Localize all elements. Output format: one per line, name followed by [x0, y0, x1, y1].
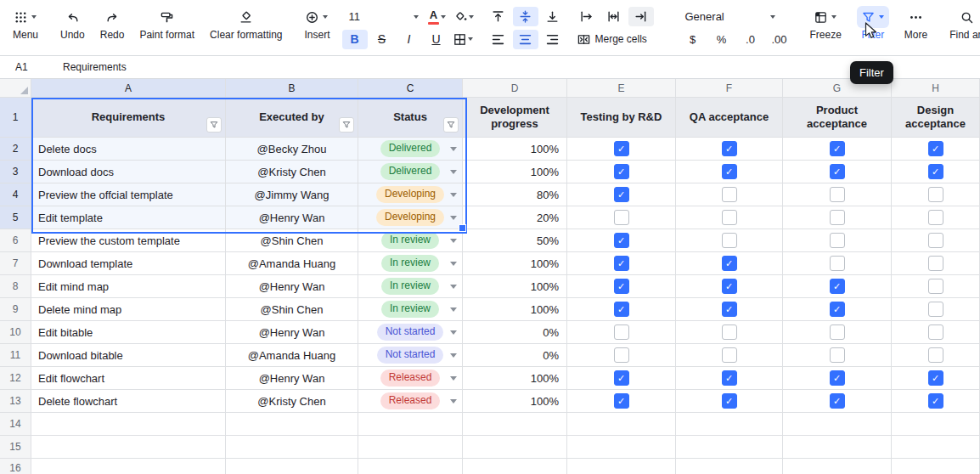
- cell-progress[interactable]: 100%: [463, 367, 567, 390]
- row-header-4[interactable]: 4: [0, 183, 31, 206]
- empty-cell[interactable]: [567, 413, 676, 436]
- number-format-select[interactable]: General: [679, 7, 780, 27]
- column-header-b[interactable]: B: [226, 79, 358, 98]
- row-header-9[interactable]: 9: [0, 298, 31, 321]
- status-dropdown-icon[interactable]: [450, 330, 457, 335]
- cell-acceptance[interactable]: [892, 229, 980, 252]
- cell-requirement[interactable]: Delete flowchart: [31, 390, 226, 413]
- cell-requirement[interactable]: Edit bitable: [31, 321, 226, 344]
- cell-acceptance[interactable]: ✓: [676, 390, 783, 413]
- cell-acceptance[interactable]: ✓: [783, 138, 892, 161]
- cell-executed-by[interactable]: @Shin Chen: [226, 229, 358, 252]
- checkbox-unchecked[interactable]: [722, 347, 737, 363]
- cell-status[interactable]: In review: [358, 229, 463, 252]
- checkbox-checked[interactable]: ✓: [614, 233, 629, 248]
- empty-cell[interactable]: [676, 436, 783, 459]
- empty-cell[interactable]: [226, 459, 358, 474]
- cell-progress[interactable]: 0%: [463, 321, 567, 344]
- header-filter-button[interactable]: [443, 117, 459, 133]
- align-bottom-button[interactable]: [540, 7, 566, 26]
- checkbox-checked[interactable]: ✓: [830, 164, 845, 179]
- align-left-button[interactable]: [486, 30, 511, 49]
- text-clip-button[interactable]: [628, 7, 654, 26]
- checkbox-checked[interactable]: ✓: [830, 141, 845, 156]
- status-dropdown-icon[interactable]: [450, 308, 457, 312]
- table-header-cell[interactable]: Executed by: [226, 98, 358, 138]
- status-dropdown-icon[interactable]: [450, 353, 457, 358]
- cell-acceptance[interactable]: [892, 252, 980, 275]
- row-header-1[interactable]: 1: [0, 98, 31, 138]
- freeze-button[interactable]: Freeze: [803, 3, 849, 41]
- empty-cell[interactable]: [567, 436, 676, 459]
- checkbox-checked[interactable]: ✓: [830, 370, 845, 386]
- status-dropdown-icon[interactable]: [450, 262, 457, 266]
- row-header-7[interactable]: 7: [0, 252, 31, 275]
- cell-status[interactable]: Released: [358, 390, 463, 413]
- cell-acceptance[interactable]: [892, 275, 980, 298]
- checkbox-checked[interactable]: ✓: [722, 141, 737, 156]
- cell-progress[interactable]: 50%: [463, 229, 567, 252]
- checkbox-checked[interactable]: ✓: [722, 393, 737, 409]
- cell-progress[interactable]: 20%: [463, 206, 567, 229]
- cell-requirement[interactable]: Edit flowchart: [31, 367, 226, 390]
- row-header-8[interactable]: 8: [0, 275, 31, 298]
- status-dropdown-icon[interactable]: [450, 399, 457, 403]
- empty-cell[interactable]: [31, 459, 226, 474]
- row-header-2[interactable]: 2: [0, 138, 31, 161]
- table-header-cell[interactable]: Product acceptance: [783, 98, 892, 138]
- status-dropdown-icon[interactable]: [450, 193, 457, 197]
- cell-status[interactable]: Developing: [358, 183, 463, 206]
- checkbox-unchecked[interactable]: [830, 256, 845, 271]
- cell-acceptance[interactable]: ✓: [567, 183, 676, 206]
- align-top-button[interactable]: [486, 7, 511, 26]
- select-all-corner[interactable]: [0, 79, 31, 98]
- cell-acceptance[interactable]: ✓: [892, 390, 980, 413]
- empty-cell[interactable]: [783, 413, 892, 436]
- merge-cells-button[interactable]: Merge cells: [574, 29, 651, 49]
- checkbox-unchecked[interactable]: [928, 302, 943, 317]
- empty-cell[interactable]: [567, 459, 676, 474]
- empty-cell[interactable]: [783, 459, 892, 474]
- checkbox-checked[interactable]: ✓: [614, 164, 629, 179]
- status-dropdown-icon[interactable]: [450, 376, 457, 381]
- table-header-cell[interactable]: Design acceptance: [892, 98, 980, 138]
- cell-acceptance[interactable]: [567, 206, 676, 229]
- checkbox-checked[interactable]: ✓: [722, 256, 737, 271]
- formula-input[interactable]: Requirements: [59, 61, 127, 73]
- cell-executed-by[interactable]: @Shin Chen: [226, 298, 358, 321]
- empty-cell[interactable]: [676, 459, 783, 474]
- menu-button[interactable]: Menu: [5, 3, 46, 41]
- redo-button[interactable]: Redo: [93, 3, 132, 41]
- cell-acceptance[interactable]: ✓: [567, 298, 676, 321]
- cell-acceptance[interactable]: [783, 206, 892, 229]
- cell-status[interactable]: In review: [358, 252, 463, 275]
- bold-button[interactable]: B: [342, 30, 368, 49]
- text-wrap-button[interactable]: [601, 7, 627, 26]
- cell-acceptance[interactable]: ✓: [567, 252, 676, 275]
- checkbox-unchecked[interactable]: [928, 210, 943, 225]
- checkbox-checked[interactable]: ✓: [614, 256, 629, 271]
- cell-executed-by[interactable]: @Henry Wan: [226, 275, 358, 298]
- checkbox-unchecked[interactable]: [928, 324, 943, 340]
- cell-acceptance[interactable]: [892, 344, 980, 367]
- cell-acceptance[interactable]: [783, 321, 892, 344]
- cell-progress[interactable]: 100%: [463, 390, 567, 413]
- more-button[interactable]: More: [897, 3, 935, 41]
- cell-requirement[interactable]: Preview the custom template: [31, 229, 226, 252]
- decrease-decimal-button[interactable]: .0: [737, 30, 764, 49]
- cell-acceptance[interactable]: ✓: [892, 138, 980, 161]
- cell-acceptance[interactable]: ✓: [783, 298, 892, 321]
- cell-progress[interactable]: 0%: [463, 344, 567, 367]
- cell-acceptance[interactable]: [783, 252, 892, 275]
- cell-requirement[interactable]: Delete mind map: [31, 298, 226, 321]
- column-header-d[interactable]: D: [463, 79, 567, 98]
- checkbox-checked[interactable]: ✓: [614, 302, 629, 317]
- checkbox-unchecked[interactable]: [830, 210, 845, 225]
- checkbox-unchecked[interactable]: [722, 210, 737, 225]
- empty-cell[interactable]: [463, 436, 567, 459]
- checkbox-unchecked[interactable]: [928, 279, 943, 294]
- cell-executed-by[interactable]: @Henry Wan: [226, 206, 358, 229]
- checkbox-checked[interactable]: ✓: [722, 302, 737, 317]
- cell-acceptance[interactable]: [676, 344, 783, 367]
- cell-requirement[interactable]: Edit mind map: [31, 275, 226, 298]
